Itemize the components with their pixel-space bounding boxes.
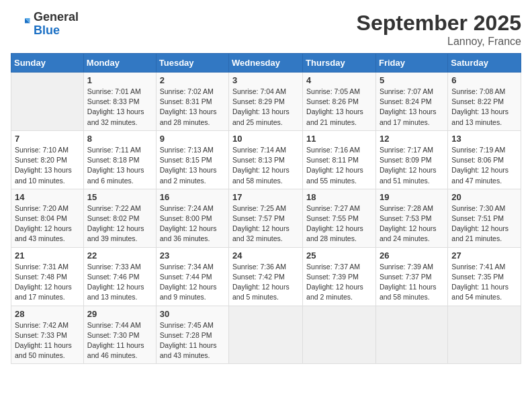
day-info: Sunrise: 7:07 AMSunset: 8:24 PMDaylight:…	[380, 87, 444, 128]
day-number: 30	[160, 309, 225, 319]
calendar-cell: 20Sunrise: 7:30 AMSunset: 7:51 PMDayligh…	[448, 189, 521, 247]
calendar-cell: 5Sunrise: 7:07 AMSunset: 8:24 PMDaylight…	[375, 73, 447, 131]
day-info: Sunrise: 7:22 AMSunset: 8:02 PMDaylight:…	[87, 203, 152, 244]
calendar-cell: 23Sunrise: 7:34 AMSunset: 7:44 PMDayligh…	[156, 247, 228, 306]
calendar-cell: 25Sunrise: 7:37 AMSunset: 7:39 PMDayligh…	[303, 247, 376, 306]
day-number: 26	[380, 250, 444, 261]
day-info: Sunrise: 7:24 AMSunset: 8:00 PMDaylight:…	[160, 203, 225, 244]
calendar-cell: 6Sunrise: 7:08 AMSunset: 8:22 PMDaylight…	[448, 73, 521, 131]
title-block: September 2025 Lannoy, France	[357, 11, 521, 48]
calendar-week-row: 21Sunrise: 7:31 AMSunset: 7:48 PMDayligh…	[11, 247, 521, 306]
day-info: Sunrise: 7:17 AMSunset: 8:09 PMDaylight:…	[380, 145, 444, 186]
page-header: General Blue September 2025 Lannoy, Fran…	[11, 11, 521, 48]
calendar-cell: 2Sunrise: 7:02 AMSunset: 8:31 PMDaylight…	[156, 73, 228, 131]
day-info: Sunrise: 7:30 AMSunset: 7:51 PMDaylight:…	[451, 203, 517, 244]
calendar-cell: 3Sunrise: 7:04 AMSunset: 8:29 PMDaylight…	[229, 73, 303, 131]
day-info: Sunrise: 7:19 AMSunset: 8:06 PMDaylight:…	[451, 145, 517, 186]
day-info: Sunrise: 7:02 AMSunset: 8:31 PMDaylight:…	[160, 87, 225, 128]
day-number: 12	[380, 134, 444, 144]
day-number: 17	[232, 192, 299, 202]
header-day-monday: Monday	[83, 54, 156, 73]
header-day-wednesday: Wednesday	[229, 54, 303, 73]
day-info: Sunrise: 7:28 AMSunset: 7:53 PMDaylight:…	[380, 203, 444, 244]
day-info: Sunrise: 7:14 AMSunset: 8:13 PMDaylight:…	[232, 145, 299, 186]
day-number: 2	[160, 75, 225, 85]
day-info: Sunrise: 7:10 AMSunset: 8:20 PMDaylight:…	[15, 145, 80, 186]
day-info: Sunrise: 7:41 AMSunset: 7:35 PMDaylight:…	[451, 262, 517, 303]
day-number: 19	[380, 192, 444, 202]
calendar-cell: 18Sunrise: 7:27 AMSunset: 7:55 PMDayligh…	[303, 189, 376, 247]
logo-icon	[11, 14, 31, 34]
day-number: 3	[232, 75, 299, 85]
day-info: Sunrise: 7:13 AMSunset: 8:15 PMDaylight:…	[160, 145, 225, 186]
calendar-cell: 28Sunrise: 7:42 AMSunset: 7:33 PMDayligh…	[11, 306, 84, 364]
day-number: 18	[306, 192, 372, 202]
day-number: 20	[451, 192, 517, 202]
day-info: Sunrise: 7:25 AMSunset: 7:57 PMDaylight:…	[232, 203, 299, 244]
day-number: 23	[160, 250, 225, 261]
day-number: 29	[87, 309, 152, 319]
header-day-saturday: Saturday	[448, 54, 521, 73]
day-number: 8	[87, 134, 152, 144]
calendar-cell: 30Sunrise: 7:45 AMSunset: 7:28 PMDayligh…	[156, 306, 228, 364]
calendar-cell: 10Sunrise: 7:14 AMSunset: 8:13 PMDayligh…	[229, 130, 303, 189]
day-number: 5	[380, 75, 444, 85]
calendar-cell	[448, 306, 521, 364]
day-info: Sunrise: 7:34 AMSunset: 7:44 PMDaylight:…	[160, 262, 225, 303]
day-info: Sunrise: 7:04 AMSunset: 8:29 PMDaylight:…	[232, 87, 299, 128]
calendar-cell: 4Sunrise: 7:05 AMSunset: 8:26 PMDaylight…	[303, 73, 376, 131]
calendar-cell	[303, 306, 376, 364]
calendar-cell: 15Sunrise: 7:22 AMSunset: 8:02 PMDayligh…	[83, 189, 156, 247]
calendar-title: September 2025	[357, 11, 521, 36]
calendar-cell: 22Sunrise: 7:33 AMSunset: 7:46 PMDayligh…	[83, 247, 156, 306]
day-number: 1	[87, 75, 152, 85]
day-info: Sunrise: 7:42 AMSunset: 7:33 PMDaylight:…	[15, 320, 80, 361]
day-info: Sunrise: 7:44 AMSunset: 7:30 PMDaylight:…	[87, 320, 152, 361]
day-number: 24	[232, 250, 299, 261]
calendar-cell: 19Sunrise: 7:28 AMSunset: 7:53 PMDayligh…	[375, 189, 447, 247]
day-number: 4	[306, 75, 372, 85]
logo: General Blue	[11, 11, 79, 38]
day-info: Sunrise: 7:37 AMSunset: 7:39 PMDaylight:…	[306, 262, 372, 303]
day-info: Sunrise: 7:16 AMSunset: 8:11 PMDaylight:…	[306, 145, 372, 186]
day-info: Sunrise: 7:11 AMSunset: 8:18 PMDaylight:…	[87, 145, 152, 186]
logo-general-text: General	[34, 11, 79, 24]
day-number: 27	[451, 250, 517, 261]
day-number: 22	[87, 250, 152, 261]
calendar-cell: 9Sunrise: 7:13 AMSunset: 8:15 PMDaylight…	[156, 130, 228, 189]
day-number: 11	[306, 134, 372, 144]
calendar-cell: 17Sunrise: 7:25 AMSunset: 7:57 PMDayligh…	[229, 189, 303, 247]
day-info: Sunrise: 7:08 AMSunset: 8:22 PMDaylight:…	[451, 87, 517, 128]
day-number: 25	[306, 250, 372, 261]
calendar-week-row: 14Sunrise: 7:20 AMSunset: 8:04 PMDayligh…	[11, 189, 521, 247]
calendar-table: SundayMondayTuesdayWednesdayThursdayFrid…	[11, 53, 521, 364]
calendar-cell	[229, 306, 303, 364]
day-number: 21	[15, 250, 80, 261]
calendar-cell: 8Sunrise: 7:11 AMSunset: 8:18 PMDaylight…	[83, 130, 156, 189]
day-number: 13	[451, 134, 517, 144]
calendar-cell: 21Sunrise: 7:31 AMSunset: 7:48 PMDayligh…	[11, 247, 84, 306]
header-day-tuesday: Tuesday	[156, 54, 228, 73]
calendar-cell: 1Sunrise: 7:01 AMSunset: 8:33 PMDaylight…	[83, 73, 156, 131]
day-info: Sunrise: 7:20 AMSunset: 8:04 PMDaylight:…	[15, 203, 80, 244]
logo-blue-text: Blue	[34, 24, 79, 38]
calendar-cell: 26Sunrise: 7:39 AMSunset: 7:37 PMDayligh…	[375, 247, 447, 306]
calendar-cell: 27Sunrise: 7:41 AMSunset: 7:35 PMDayligh…	[448, 247, 521, 306]
calendar-cell: 16Sunrise: 7:24 AMSunset: 8:00 PMDayligh…	[156, 189, 228, 247]
logo-text: General Blue	[34, 11, 79, 38]
day-info: Sunrise: 7:27 AMSunset: 7:55 PMDaylight:…	[306, 203, 372, 244]
day-info: Sunrise: 7:36 AMSunset: 7:42 PMDaylight:…	[232, 262, 299, 303]
day-info: Sunrise: 7:05 AMSunset: 8:26 PMDaylight:…	[306, 87, 372, 128]
header-day-sunday: Sunday	[11, 54, 84, 73]
day-info: Sunrise: 7:33 AMSunset: 7:46 PMDaylight:…	[87, 262, 152, 303]
calendar-week-row: 28Sunrise: 7:42 AMSunset: 7:33 PMDayligh…	[11, 306, 521, 364]
day-number: 10	[232, 134, 299, 144]
calendar-cell	[375, 306, 447, 364]
calendar-subtitle: Lannoy, France	[357, 36, 521, 48]
calendar-cell: 11Sunrise: 7:16 AMSunset: 8:11 PMDayligh…	[303, 130, 376, 189]
day-number: 14	[15, 192, 80, 202]
calendar-cell	[11, 73, 84, 131]
day-info: Sunrise: 7:45 AMSunset: 7:28 PMDaylight:…	[160, 320, 225, 361]
calendar-cell: 7Sunrise: 7:10 AMSunset: 8:20 PMDaylight…	[11, 130, 84, 189]
calendar-header-row: SundayMondayTuesdayWednesdayThursdayFrid…	[11, 54, 521, 73]
